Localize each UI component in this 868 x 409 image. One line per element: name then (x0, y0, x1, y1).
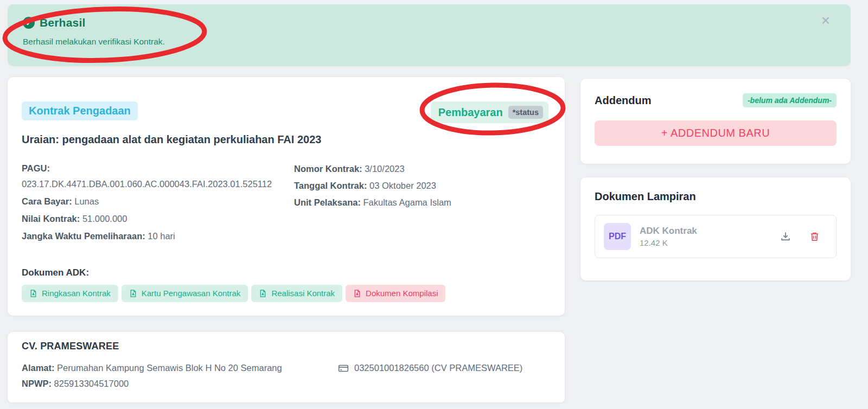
attachment-name: ADK Kontrak (640, 226, 697, 237)
attachment-size: 12.42 K (640, 238, 697, 247)
adk-button-kartu-pengawasan[interactable]: Kartu Pengawasan Kontrak (122, 285, 248, 302)
file-pdf-icon (129, 289, 137, 298)
check-circle-icon: ✓ (23, 17, 35, 29)
adk-heading: Dokumen ADK: (22, 267, 551, 278)
contract-title: Uraian: pengadaan alat dan kegiatan perk… (22, 133, 551, 146)
addendum-card: Addendum -belum ada Addendum- + ADDENDUM… (580, 79, 851, 164)
attachments-card: Dokumen Lampiran PDF ADK Kontrak 12.42 K (580, 177, 851, 280)
download-icon[interactable] (780, 231, 791, 242)
field-cara-bayar: Cara Bayar: Lunas (22, 194, 294, 209)
close-icon[interactable]: × (821, 13, 830, 28)
status-note-chip: *status (508, 106, 543, 119)
pdf-file-chip: PDF (604, 223, 631, 250)
file-pdf-icon (259, 289, 267, 298)
file-pdf-icon (353, 289, 361, 298)
vendor-name: CV. PRAMESWAREE (22, 341, 551, 352)
contract-details-right: Nomor Kontrak: 3/10/2023 Tanggal Kontrak… (294, 161, 551, 246)
adk-button-dokumen-kompilasi[interactable]: Dokumen Kompilasi (346, 285, 445, 302)
attachments-heading: Dokumen Lampiran (595, 190, 837, 203)
contract-details-left: PAGU: 023.17.DK.4471.DBA.001.060.AC.0000… (22, 161, 294, 246)
alert-message: Berhasil melakukan verifikasi Kontrak. (23, 37, 835, 47)
trash-icon[interactable] (809, 231, 820, 242)
field-unit-pelaksana: Unit Pelaksana: Fakultas Agama Islam (294, 194, 551, 211)
field-nilai-kontrak: Nilai Kontrak: 51.000.000 (22, 211, 294, 227)
field-tanggal-kontrak: Tanggal Kontrak: 03 Oktober 2023 (294, 177, 551, 194)
vendor-card: CV. PRAMESWAREE Alamat: Perumahan Kampun… (8, 332, 565, 402)
addendum-empty-badge: -belum ada Addendum- (743, 93, 837, 107)
contract-card: Kontrak Pengadaan Pembayaran *status Ura… (8, 77, 565, 316)
attachment-list-item: PDF ADK Kontrak 12.42 K (595, 215, 837, 258)
field-nomor-kontrak: Nomor Kontrak: 3/10/2023 (294, 161, 551, 177)
alert-title: Berhasil (40, 16, 85, 29)
credit-card-icon (338, 363, 349, 373)
file-pdf-icon (29, 289, 37, 298)
field-jangka-waktu: Jangka Waktu Pemeliharaan: 10 hari (22, 228, 294, 244)
success-alert: ✓ Berhasil Berhasil melakukan verifikasi… (8, 4, 851, 66)
status-label: Pembayaran (438, 106, 503, 119)
status-badge: Pembayaran *status (431, 101, 548, 123)
vendor-npwp: NPWP: 825913304517000 (22, 376, 551, 392)
vendor-bank-account: 032501001826560 (CV PRAMESWAREE) (338, 363, 522, 373)
adk-button-realisasi-kontrak[interactable]: Realisasi Kontrak (251, 285, 342, 302)
addendum-heading: Addendum (595, 94, 651, 107)
contract-type-badge: Kontrak Pengadaan (22, 101, 138, 120)
new-addendum-button[interactable]: + ADDENDUM BARU (595, 120, 837, 146)
field-pagu: PAGU: 023.17.DK.4471.DBA.001.060.AC.0000… (22, 161, 294, 192)
adk-button-ringkasan-kontrak[interactable]: Ringkasan Kontrak (22, 285, 118, 302)
